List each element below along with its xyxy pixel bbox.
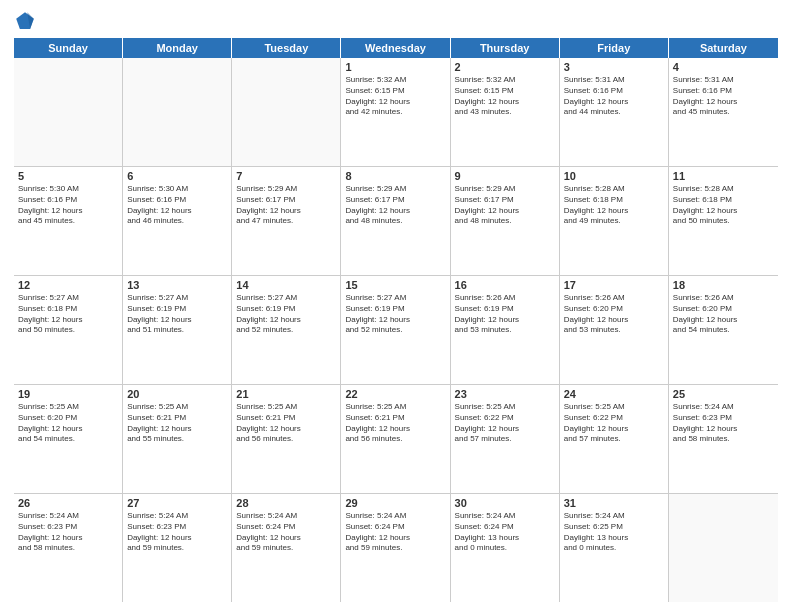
weekday-header: Tuesday xyxy=(232,38,341,58)
calendar-cell xyxy=(669,494,778,602)
day-number: 25 xyxy=(673,388,774,400)
cell-info: Sunrise: 5:30 AM Sunset: 6:16 PM Dayligh… xyxy=(18,184,118,227)
day-number: 26 xyxy=(18,497,118,509)
header xyxy=(14,10,778,32)
cell-info: Sunrise: 5:25 AM Sunset: 6:21 PM Dayligh… xyxy=(127,402,227,445)
calendar-cell: 2Sunrise: 5:32 AM Sunset: 6:15 PM Daylig… xyxy=(451,58,560,166)
logo xyxy=(14,10,40,32)
cell-info: Sunrise: 5:26 AM Sunset: 6:20 PM Dayligh… xyxy=(564,293,664,336)
calendar-cell: 31Sunrise: 5:24 AM Sunset: 6:25 PM Dayli… xyxy=(560,494,669,602)
calendar-header: SundayMondayTuesdayWednesdayThursdayFrid… xyxy=(14,38,778,58)
calendar-cell: 27Sunrise: 5:24 AM Sunset: 6:23 PM Dayli… xyxy=(123,494,232,602)
page: SundayMondayTuesdayWednesdayThursdayFrid… xyxy=(0,0,792,612)
cell-info: Sunrise: 5:28 AM Sunset: 6:18 PM Dayligh… xyxy=(564,184,664,227)
calendar-cell: 30Sunrise: 5:24 AM Sunset: 6:24 PM Dayli… xyxy=(451,494,560,602)
calendar-cell: 24Sunrise: 5:25 AM Sunset: 6:22 PM Dayli… xyxy=(560,385,669,493)
calendar-cell: 15Sunrise: 5:27 AM Sunset: 6:19 PM Dayli… xyxy=(341,276,450,384)
calendar-cell: 11Sunrise: 5:28 AM Sunset: 6:18 PM Dayli… xyxy=(669,167,778,275)
calendar-cell xyxy=(14,58,123,166)
day-number: 29 xyxy=(345,497,445,509)
cell-info: Sunrise: 5:28 AM Sunset: 6:18 PM Dayligh… xyxy=(673,184,774,227)
day-number: 4 xyxy=(673,61,774,73)
calendar-body: 1Sunrise: 5:32 AM Sunset: 6:15 PM Daylig… xyxy=(14,58,778,602)
day-number: 9 xyxy=(455,170,555,182)
weekday-header: Monday xyxy=(123,38,232,58)
weekday-header: Thursday xyxy=(451,38,560,58)
calendar-cell: 17Sunrise: 5:26 AM Sunset: 6:20 PM Dayli… xyxy=(560,276,669,384)
cell-info: Sunrise: 5:24 AM Sunset: 6:23 PM Dayligh… xyxy=(18,511,118,554)
day-number: 20 xyxy=(127,388,227,400)
day-number: 16 xyxy=(455,279,555,291)
day-number: 11 xyxy=(673,170,774,182)
day-number: 27 xyxy=(127,497,227,509)
calendar-cell: 22Sunrise: 5:25 AM Sunset: 6:21 PM Dayli… xyxy=(341,385,450,493)
day-number: 28 xyxy=(236,497,336,509)
weekday-header: Friday xyxy=(560,38,669,58)
calendar-cell: 6Sunrise: 5:30 AM Sunset: 6:16 PM Daylig… xyxy=(123,167,232,275)
day-number: 10 xyxy=(564,170,664,182)
calendar-cell xyxy=(232,58,341,166)
day-number: 14 xyxy=(236,279,336,291)
cell-info: Sunrise: 5:32 AM Sunset: 6:15 PM Dayligh… xyxy=(455,75,555,118)
day-number: 19 xyxy=(18,388,118,400)
calendar-cell: 26Sunrise: 5:24 AM Sunset: 6:23 PM Dayli… xyxy=(14,494,123,602)
calendar-cell: 13Sunrise: 5:27 AM Sunset: 6:19 PM Dayli… xyxy=(123,276,232,384)
cell-info: Sunrise: 5:24 AM Sunset: 6:23 PM Dayligh… xyxy=(127,511,227,554)
weekday-header: Sunday xyxy=(14,38,123,58)
cell-info: Sunrise: 5:27 AM Sunset: 6:19 PM Dayligh… xyxy=(345,293,445,336)
cell-info: Sunrise: 5:25 AM Sunset: 6:21 PM Dayligh… xyxy=(345,402,445,445)
calendar-cell: 18Sunrise: 5:26 AM Sunset: 6:20 PM Dayli… xyxy=(669,276,778,384)
calendar-cell: 8Sunrise: 5:29 AM Sunset: 6:17 PM Daylig… xyxy=(341,167,450,275)
day-number: 6 xyxy=(127,170,227,182)
calendar-cell: 16Sunrise: 5:26 AM Sunset: 6:19 PM Dayli… xyxy=(451,276,560,384)
day-number: 18 xyxy=(673,279,774,291)
cell-info: Sunrise: 5:32 AM Sunset: 6:15 PM Dayligh… xyxy=(345,75,445,118)
weekday-header: Saturday xyxy=(669,38,778,58)
day-number: 5 xyxy=(18,170,118,182)
day-number: 3 xyxy=(564,61,664,73)
day-number: 7 xyxy=(236,170,336,182)
calendar-row: 5Sunrise: 5:30 AM Sunset: 6:16 PM Daylig… xyxy=(14,167,778,276)
cell-info: Sunrise: 5:25 AM Sunset: 6:21 PM Dayligh… xyxy=(236,402,336,445)
day-number: 30 xyxy=(455,497,555,509)
calendar-cell: 12Sunrise: 5:27 AM Sunset: 6:18 PM Dayli… xyxy=(14,276,123,384)
day-number: 22 xyxy=(345,388,445,400)
calendar-cell xyxy=(123,58,232,166)
calendar-cell: 19Sunrise: 5:25 AM Sunset: 6:20 PM Dayli… xyxy=(14,385,123,493)
day-number: 1 xyxy=(345,61,445,73)
cell-info: Sunrise: 5:27 AM Sunset: 6:19 PM Dayligh… xyxy=(236,293,336,336)
cell-info: Sunrise: 5:25 AM Sunset: 6:22 PM Dayligh… xyxy=(564,402,664,445)
day-number: 2 xyxy=(455,61,555,73)
calendar-row: 26Sunrise: 5:24 AM Sunset: 6:23 PM Dayli… xyxy=(14,494,778,602)
day-number: 21 xyxy=(236,388,336,400)
cell-info: Sunrise: 5:27 AM Sunset: 6:18 PM Dayligh… xyxy=(18,293,118,336)
logo-icon xyxy=(14,10,36,32)
cell-info: Sunrise: 5:24 AM Sunset: 6:24 PM Dayligh… xyxy=(345,511,445,554)
calendar-row: 19Sunrise: 5:25 AM Sunset: 6:20 PM Dayli… xyxy=(14,385,778,494)
calendar-cell: 10Sunrise: 5:28 AM Sunset: 6:18 PM Dayli… xyxy=(560,167,669,275)
calendar-cell: 3Sunrise: 5:31 AM Sunset: 6:16 PM Daylig… xyxy=(560,58,669,166)
calendar-cell: 23Sunrise: 5:25 AM Sunset: 6:22 PM Dayli… xyxy=(451,385,560,493)
cell-info: Sunrise: 5:29 AM Sunset: 6:17 PM Dayligh… xyxy=(345,184,445,227)
day-number: 12 xyxy=(18,279,118,291)
day-number: 8 xyxy=(345,170,445,182)
calendar-cell: 20Sunrise: 5:25 AM Sunset: 6:21 PM Dayli… xyxy=(123,385,232,493)
calendar-cell: 5Sunrise: 5:30 AM Sunset: 6:16 PM Daylig… xyxy=(14,167,123,275)
day-number: 15 xyxy=(345,279,445,291)
cell-info: Sunrise: 5:24 AM Sunset: 6:24 PM Dayligh… xyxy=(455,511,555,554)
cell-info: Sunrise: 5:26 AM Sunset: 6:20 PM Dayligh… xyxy=(673,293,774,336)
calendar-cell: 29Sunrise: 5:24 AM Sunset: 6:24 PM Dayli… xyxy=(341,494,450,602)
calendar-row: 12Sunrise: 5:27 AM Sunset: 6:18 PM Dayli… xyxy=(14,276,778,385)
calendar-cell: 21Sunrise: 5:25 AM Sunset: 6:21 PM Dayli… xyxy=(232,385,341,493)
calendar-cell: 7Sunrise: 5:29 AM Sunset: 6:17 PM Daylig… xyxy=(232,167,341,275)
cell-info: Sunrise: 5:29 AM Sunset: 6:17 PM Dayligh… xyxy=(455,184,555,227)
cell-info: Sunrise: 5:25 AM Sunset: 6:20 PM Dayligh… xyxy=(18,402,118,445)
calendar: SundayMondayTuesdayWednesdayThursdayFrid… xyxy=(14,38,778,602)
calendar-cell: 9Sunrise: 5:29 AM Sunset: 6:17 PM Daylig… xyxy=(451,167,560,275)
calendar-cell: 25Sunrise: 5:24 AM Sunset: 6:23 PM Dayli… xyxy=(669,385,778,493)
calendar-row: 1Sunrise: 5:32 AM Sunset: 6:15 PM Daylig… xyxy=(14,58,778,167)
cell-info: Sunrise: 5:31 AM Sunset: 6:16 PM Dayligh… xyxy=(564,75,664,118)
calendar-cell: 1Sunrise: 5:32 AM Sunset: 6:15 PM Daylig… xyxy=(341,58,450,166)
cell-info: Sunrise: 5:27 AM Sunset: 6:19 PM Dayligh… xyxy=(127,293,227,336)
day-number: 17 xyxy=(564,279,664,291)
